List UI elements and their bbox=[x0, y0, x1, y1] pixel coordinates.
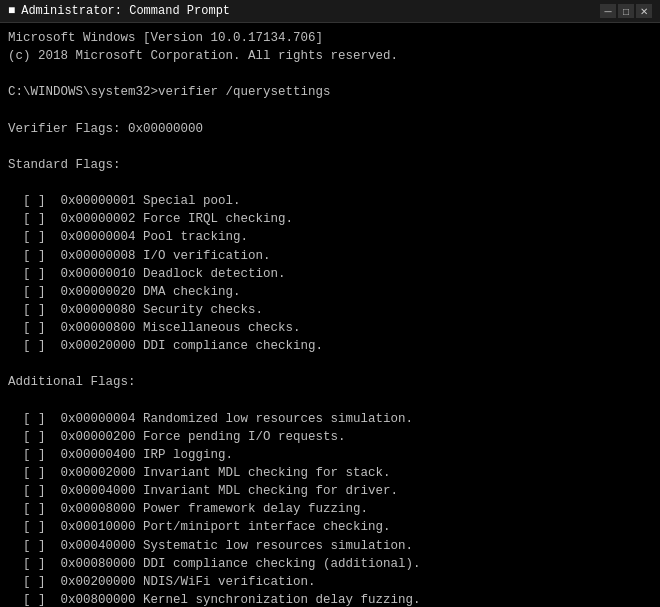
terminal-line: [ ] 0x00000080 Security checks. bbox=[8, 301, 652, 319]
terminal-line: [ ] 0x00020000 DDI compliance checking. bbox=[8, 337, 652, 355]
terminal-line: [ ] 0x00040000 Systematic low resources … bbox=[8, 537, 652, 555]
terminal-line: [ ] 0x00200000 NDIS/WiFi verification. bbox=[8, 573, 652, 591]
terminal-line: [ ] 0x00000020 DMA checking. bbox=[8, 283, 652, 301]
terminal-content: Microsoft Windows [Version 10.0.17134.70… bbox=[0, 23, 660, 607]
terminal-line bbox=[8, 392, 652, 410]
terminal-line: Verifier Flags: 0x00000000 bbox=[8, 120, 652, 138]
terminal-line: [ ] 0x00080000 DDI compliance checking (… bbox=[8, 555, 652, 573]
title-bar-icon: ■ bbox=[8, 4, 15, 18]
terminal-line: C:\WINDOWS\system32>verifier /querysetti… bbox=[8, 83, 652, 101]
terminal-line: [ ] 0x00000008 I/O verification. bbox=[8, 247, 652, 265]
terminal-line: [ ] 0x00000400 IRP logging. bbox=[8, 446, 652, 464]
minimize-button[interactable]: ─ bbox=[600, 4, 616, 18]
terminal-line: [ ] 0x00004000 Invariant MDL checking fo… bbox=[8, 482, 652, 500]
terminal-line: Standard Flags: bbox=[8, 156, 652, 174]
title-bar: ■ Administrator: Command Prompt ─ □ ✕ bbox=[0, 0, 660, 23]
terminal-line: [ ] 0x00000004 Pool tracking. bbox=[8, 228, 652, 246]
terminal-line: [ ] 0x00008000 Power framework delay fuz… bbox=[8, 500, 652, 518]
terminal-line: [ ] 0x00000800 Miscellaneous checks. bbox=[8, 319, 652, 337]
terminal-line: [ ] 0x00800000 Kernel synchronization de… bbox=[8, 591, 652, 607]
terminal-line: [ ] 0x00010000 Port/miniport interface c… bbox=[8, 518, 652, 536]
terminal-line: Microsoft Windows [Version 10.0.17134.70… bbox=[8, 29, 652, 47]
terminal-line bbox=[8, 65, 652, 83]
terminal-line: (c) 2018 Microsoft Corporation. All righ… bbox=[8, 47, 652, 65]
terminal-line: [ ] 0x00000002 Force IRQL checking. bbox=[8, 210, 652, 228]
terminal-line: [ ] 0x00000004 Randomized low resources … bbox=[8, 410, 652, 428]
close-button[interactable]: ✕ bbox=[636, 4, 652, 18]
maximize-button[interactable]: □ bbox=[618, 4, 634, 18]
title-bar-title: Administrator: Command Prompt bbox=[21, 4, 230, 18]
terminal-line bbox=[8, 355, 652, 373]
terminal-line bbox=[8, 138, 652, 156]
terminal-line: [ ] 0x00000200 Force pending I/O request… bbox=[8, 428, 652, 446]
terminal-line: [ ] 0x00002000 Invariant MDL checking fo… bbox=[8, 464, 652, 482]
terminal-line: Additional Flags: bbox=[8, 373, 652, 391]
terminal-line: [ ] 0x00000001 Special pool. bbox=[8, 192, 652, 210]
terminal-line: [ ] 0x00000010 Deadlock detection. bbox=[8, 265, 652, 283]
terminal-line bbox=[8, 102, 652, 120]
terminal-line bbox=[8, 174, 652, 192]
